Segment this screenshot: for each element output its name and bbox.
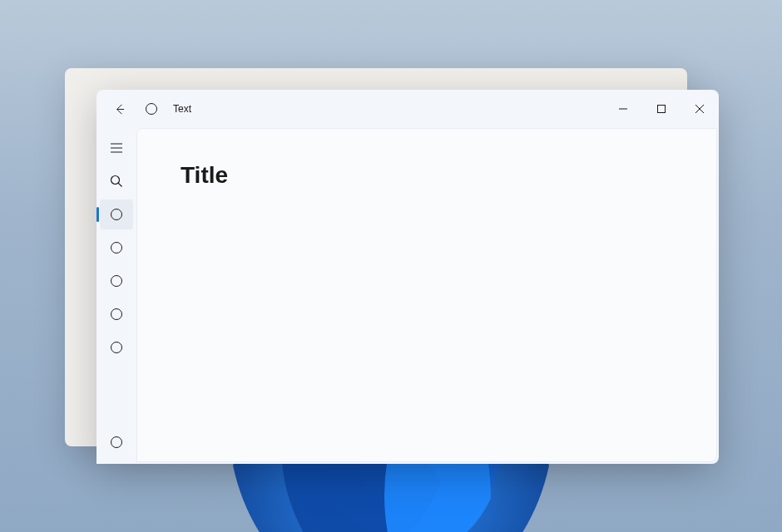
- nav-item-1[interactable]: [100, 200, 133, 229]
- nav-pane: [97, 128, 136, 464]
- close-icon: [695, 105, 704, 113]
- circle-icon: [111, 436, 122, 448]
- circle-icon: [111, 242, 122, 254]
- maximize-button[interactable]: [642, 96, 681, 122]
- minimize-button[interactable]: [604, 96, 642, 122]
- app-icon: [143, 101, 160, 117]
- window-body: Title: [97, 128, 719, 464]
- minimize-icon: [619, 105, 627, 113]
- nav-item-5[interactable]: [100, 332, 133, 362]
- circle-icon: [146, 103, 157, 115]
- arrow-left-icon: [113, 103, 126, 116]
- nav-item-3[interactable]: [100, 266, 133, 296]
- back-button[interactable]: [103, 93, 135, 125]
- svg-line-9: [118, 183, 121, 186]
- app-title: Text: [173, 103, 191, 115]
- close-button[interactable]: [681, 96, 719, 122]
- circle-icon: [111, 275, 122, 287]
- circle-icon: [111, 308, 122, 320]
- titlebar-left: Text: [103, 93, 191, 125]
- titlebar-right: [604, 96, 719, 122]
- nav-search-button[interactable]: [100, 166, 133, 196]
- content-area: Title: [136, 128, 717, 462]
- titlebar: Text: [97, 90, 719, 128]
- nav-footer-item[interactable]: [100, 427, 133, 457]
- circle-icon: [111, 342, 122, 353]
- nav-hamburger-button[interactable]: [100, 133, 133, 163]
- search-icon: [110, 175, 123, 188]
- page-title: Title: [181, 162, 673, 189]
- svg-rect-2: [658, 106, 666, 113]
- nav-item-2[interactable]: [100, 233, 133, 263]
- svg-point-8: [111, 176, 120, 185]
- hamburger-icon: [110, 141, 123, 155]
- nav-item-4[interactable]: [100, 299, 133, 329]
- maximize-icon: [657, 105, 666, 113]
- circle-icon: [111, 209, 122, 220]
- app-window: Text: [97, 90, 719, 464]
